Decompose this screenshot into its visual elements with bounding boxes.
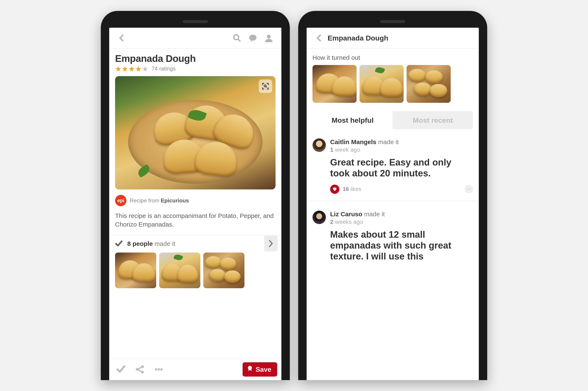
star-icon <box>142 66 148 72</box>
check-icon <box>115 240 123 248</box>
topbar <box>109 28 282 49</box>
save-label: Save <box>256 366 271 373</box>
recipe-description: This recipe is an accompanimant for Pota… <box>115 212 276 229</box>
source-label: Recipe from Epicurious <box>130 197 189 204</box>
screen-left: Empanada Dough 74 ratings <box>109 28 282 380</box>
back-button[interactable] <box>115 31 129 45</box>
thumbnail-image[interactable] <box>360 65 404 103</box>
svg-point-1 <box>249 35 256 40</box>
thumbnail-image[interactable] <box>407 65 451 103</box>
source-row[interactable]: epi Recipe from Epicurious <box>115 195 276 206</box>
phone-speaker <box>183 20 208 23</box>
messages-icon[interactable] <box>246 31 260 45</box>
review-body: Makes about 12 small empanadas with such… <box>312 229 473 262</box>
thumbnail-row <box>115 253 276 288</box>
share-icon[interactable] <box>132 362 147 377</box>
section-label: How it turned out <box>312 54 473 61</box>
review-time: 2 weeks ago <box>330 219 385 225</box>
chevron-right-icon[interactable] <box>264 236 278 252</box>
review-more-icon[interactable] <box>464 185 473 194</box>
thumbnail-image[interactable] <box>159 253 200 288</box>
like-row: 16 likes <box>312 185 473 194</box>
rating-count: 74 ratings <box>152 65 175 72</box>
pin-icon <box>247 366 253 373</box>
thumbnail-image[interactable] <box>115 253 156 288</box>
made-it-text: 8 people made it <box>127 240 175 247</box>
header-title: Empanada Dough <box>328 34 388 42</box>
svg-point-2 <box>267 35 271 38</box>
reviewer-name-line: Liz Caruso made it <box>330 211 385 218</box>
phone-speaker <box>380 20 405 23</box>
tab-most-recent[interactable]: Most recent <box>393 111 473 129</box>
star-icon <box>129 66 135 72</box>
star-icon <box>115 66 121 72</box>
tab-most-helpful[interactable]: Most helpful <box>312 111 393 129</box>
visual-search-icon[interactable] <box>259 80 272 93</box>
back-button[interactable] <box>312 31 326 45</box>
phone-right: Empanada Dough How it turned out <box>298 11 487 380</box>
svg-point-9 <box>160 368 162 370</box>
review-item: Caitlin Mangels made it 1 week ago Great… <box>312 129 473 194</box>
made-it-row[interactable]: 8 people made it <box>115 235 276 252</box>
search-icon[interactable] <box>230 31 244 45</box>
svg-point-7 <box>155 368 157 370</box>
save-button[interactable]: Save <box>243 362 277 377</box>
profile-icon[interactable] <box>262 31 276 45</box>
svg-point-3 <box>264 85 266 87</box>
svg-point-12 <box>470 189 471 190</box>
svg-point-10 <box>467 189 468 190</box>
like-count: 16 likes <box>343 186 361 192</box>
thumbnail-image[interactable] <box>312 65 357 103</box>
source-badge: epi <box>115 195 127 206</box>
star-icon <box>135 66 142 72</box>
review-time: 1 week ago <box>330 146 399 153</box>
sort-tabs: Most helpful Most recent <box>312 111 473 129</box>
heart-icon[interactable] <box>330 185 339 194</box>
more-icon[interactable] <box>151 362 166 377</box>
avatar[interactable] <box>312 138 326 152</box>
bottom-bar: Save <box>109 358 282 380</box>
reviewer-name-line: Caitlin Mangels made it <box>330 138 399 146</box>
mark-done-icon[interactable] <box>113 362 129 377</box>
thumbnail-row <box>312 65 473 103</box>
rating-row: 74 ratings <box>115 65 276 72</box>
svg-point-11 <box>468 189 469 190</box>
svg-point-8 <box>158 368 159 370</box>
hero-image[interactable] <box>115 76 276 190</box>
topbar: Empanada Dough <box>306 28 479 49</box>
review-body: Great recipe. Easy and only took about 2… <box>312 157 473 179</box>
screen-right: Empanada Dough How it turned out <box>306 28 479 380</box>
avatar[interactable] <box>312 211 326 224</box>
star-icon <box>122 66 128 72</box>
page-title: Empanada Dough <box>115 53 276 64</box>
phone-left: Empanada Dough 74 ratings <box>101 11 290 380</box>
thumbnail-image[interactable] <box>203 253 244 288</box>
review-item: Liz Caruso made it 2 weeks ago Makes abo… <box>312 201 473 262</box>
